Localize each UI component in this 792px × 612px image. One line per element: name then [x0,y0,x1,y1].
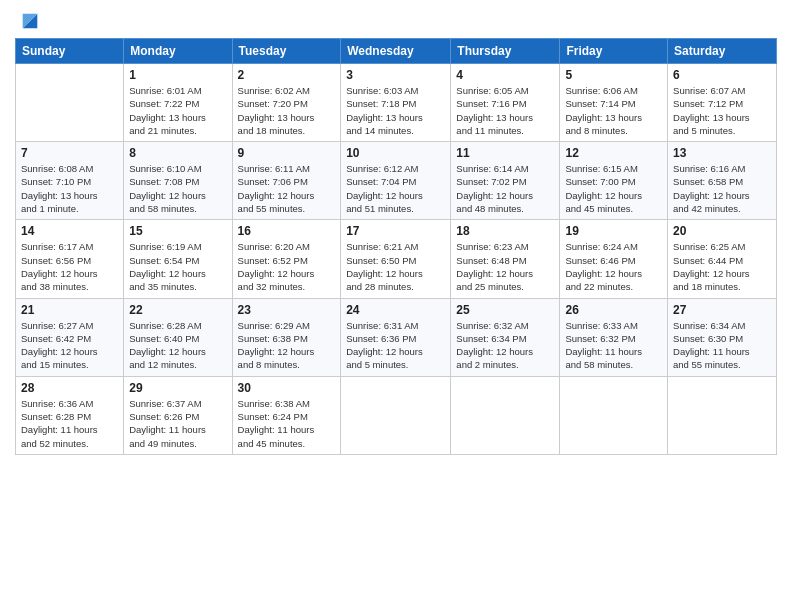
day-number: 17 [346,224,445,238]
logo-icon [19,10,41,32]
calendar-cell: 8Sunrise: 6:10 AM Sunset: 7:08 PM Daylig… [124,142,232,220]
day-number: 28 [21,381,118,395]
calendar-cell [560,376,668,454]
day-info: Sunrise: 6:27 AM Sunset: 6:42 PM Dayligh… [21,319,118,372]
day-number: 15 [129,224,226,238]
day-info: Sunrise: 6:08 AM Sunset: 7:10 PM Dayligh… [21,162,118,215]
day-number: 29 [129,381,226,395]
day-info: Sunrise: 6:17 AM Sunset: 6:56 PM Dayligh… [21,240,118,293]
day-number: 12 [565,146,662,160]
header [15,10,777,32]
day-number: 24 [346,303,445,317]
day-info: Sunrise: 6:07 AM Sunset: 7:12 PM Dayligh… [673,84,771,137]
calendar-cell: 5Sunrise: 6:06 AM Sunset: 7:14 PM Daylig… [560,64,668,142]
calendar-cell: 21Sunrise: 6:27 AM Sunset: 6:42 PM Dayli… [16,298,124,376]
day-info: Sunrise: 6:29 AM Sunset: 6:38 PM Dayligh… [238,319,336,372]
calendar-day-header: Monday [124,39,232,64]
day-info: Sunrise: 6:12 AM Sunset: 7:04 PM Dayligh… [346,162,445,215]
page: SundayMondayTuesdayWednesdayThursdayFrid… [0,0,792,612]
day-info: Sunrise: 6:38 AM Sunset: 6:24 PM Dayligh… [238,397,336,450]
day-number: 30 [238,381,336,395]
day-number: 8 [129,146,226,160]
calendar-cell: 2Sunrise: 6:02 AM Sunset: 7:20 PM Daylig… [232,64,341,142]
calendar-cell: 1Sunrise: 6:01 AM Sunset: 7:22 PM Daylig… [124,64,232,142]
day-info: Sunrise: 6:24 AM Sunset: 6:46 PM Dayligh… [565,240,662,293]
day-number: 19 [565,224,662,238]
day-number: 26 [565,303,662,317]
calendar-cell: 10Sunrise: 6:12 AM Sunset: 7:04 PM Dayli… [341,142,451,220]
calendar-cell: 24Sunrise: 6:31 AM Sunset: 6:36 PM Dayli… [341,298,451,376]
day-info: Sunrise: 6:10 AM Sunset: 7:08 PM Dayligh… [129,162,226,215]
day-info: Sunrise: 6:33 AM Sunset: 6:32 PM Dayligh… [565,319,662,372]
calendar-cell: 26Sunrise: 6:33 AM Sunset: 6:32 PM Dayli… [560,298,668,376]
calendar-cell [668,376,777,454]
day-number: 6 [673,68,771,82]
day-number: 2 [238,68,336,82]
day-number: 9 [238,146,336,160]
calendar-day-header: Friday [560,39,668,64]
day-info: Sunrise: 6:06 AM Sunset: 7:14 PM Dayligh… [565,84,662,137]
day-number: 11 [456,146,554,160]
day-number: 10 [346,146,445,160]
day-number: 5 [565,68,662,82]
calendar-cell: 29Sunrise: 6:37 AM Sunset: 6:26 PM Dayli… [124,376,232,454]
day-info: Sunrise: 6:36 AM Sunset: 6:28 PM Dayligh… [21,397,118,450]
day-number: 18 [456,224,554,238]
calendar-cell: 15Sunrise: 6:19 AM Sunset: 6:54 PM Dayli… [124,220,232,298]
day-info: Sunrise: 6:32 AM Sunset: 6:34 PM Dayligh… [456,319,554,372]
day-info: Sunrise: 6:01 AM Sunset: 7:22 PM Dayligh… [129,84,226,137]
day-number: 16 [238,224,336,238]
day-number: 27 [673,303,771,317]
calendar-cell: 3Sunrise: 6:03 AM Sunset: 7:18 PM Daylig… [341,64,451,142]
calendar-day-header: Sunday [16,39,124,64]
calendar-cell: 7Sunrise: 6:08 AM Sunset: 7:10 PM Daylig… [16,142,124,220]
day-info: Sunrise: 6:16 AM Sunset: 6:58 PM Dayligh… [673,162,771,215]
calendar-table: SundayMondayTuesdayWednesdayThursdayFrid… [15,38,777,455]
calendar-week-row: 28Sunrise: 6:36 AM Sunset: 6:28 PM Dayli… [16,376,777,454]
day-number: 14 [21,224,118,238]
calendar-cell: 28Sunrise: 6:36 AM Sunset: 6:28 PM Dayli… [16,376,124,454]
day-info: Sunrise: 6:02 AM Sunset: 7:20 PM Dayligh… [238,84,336,137]
calendar-cell: 30Sunrise: 6:38 AM Sunset: 6:24 PM Dayli… [232,376,341,454]
calendar-week-row: 21Sunrise: 6:27 AM Sunset: 6:42 PM Dayli… [16,298,777,376]
calendar-cell: 25Sunrise: 6:32 AM Sunset: 6:34 PM Dayli… [451,298,560,376]
calendar-header-row: SundayMondayTuesdayWednesdayThursdayFrid… [16,39,777,64]
day-info: Sunrise: 6:15 AM Sunset: 7:00 PM Dayligh… [565,162,662,215]
calendar-week-row: 14Sunrise: 6:17 AM Sunset: 6:56 PM Dayli… [16,220,777,298]
day-info: Sunrise: 6:25 AM Sunset: 6:44 PM Dayligh… [673,240,771,293]
calendar-cell: 6Sunrise: 6:07 AM Sunset: 7:12 PM Daylig… [668,64,777,142]
calendar-cell: 23Sunrise: 6:29 AM Sunset: 6:38 PM Dayli… [232,298,341,376]
calendar-cell: 27Sunrise: 6:34 AM Sunset: 6:30 PM Dayli… [668,298,777,376]
day-number: 1 [129,68,226,82]
day-number: 25 [456,303,554,317]
day-info: Sunrise: 6:20 AM Sunset: 6:52 PM Dayligh… [238,240,336,293]
day-number: 3 [346,68,445,82]
calendar-cell: 19Sunrise: 6:24 AM Sunset: 6:46 PM Dayli… [560,220,668,298]
day-info: Sunrise: 6:37 AM Sunset: 6:26 PM Dayligh… [129,397,226,450]
day-number: 7 [21,146,118,160]
calendar-week-row: 1Sunrise: 6:01 AM Sunset: 7:22 PM Daylig… [16,64,777,142]
logo [15,10,41,32]
day-number: 23 [238,303,336,317]
day-info: Sunrise: 6:11 AM Sunset: 7:06 PM Dayligh… [238,162,336,215]
calendar-day-header: Wednesday [341,39,451,64]
day-number: 22 [129,303,226,317]
day-number: 20 [673,224,771,238]
day-info: Sunrise: 6:28 AM Sunset: 6:40 PM Dayligh… [129,319,226,372]
day-info: Sunrise: 6:19 AM Sunset: 6:54 PM Dayligh… [129,240,226,293]
calendar-cell [341,376,451,454]
calendar-week-row: 7Sunrise: 6:08 AM Sunset: 7:10 PM Daylig… [16,142,777,220]
day-info: Sunrise: 6:23 AM Sunset: 6:48 PM Dayligh… [456,240,554,293]
calendar-cell: 9Sunrise: 6:11 AM Sunset: 7:06 PM Daylig… [232,142,341,220]
calendar-day-header: Saturday [668,39,777,64]
calendar-cell [451,376,560,454]
calendar-cell: 4Sunrise: 6:05 AM Sunset: 7:16 PM Daylig… [451,64,560,142]
calendar-day-header: Thursday [451,39,560,64]
day-info: Sunrise: 6:05 AM Sunset: 7:16 PM Dayligh… [456,84,554,137]
day-info: Sunrise: 6:31 AM Sunset: 6:36 PM Dayligh… [346,319,445,372]
calendar-cell: 18Sunrise: 6:23 AM Sunset: 6:48 PM Dayli… [451,220,560,298]
calendar-cell: 12Sunrise: 6:15 AM Sunset: 7:00 PM Dayli… [560,142,668,220]
calendar-cell: 13Sunrise: 6:16 AM Sunset: 6:58 PM Dayli… [668,142,777,220]
calendar-day-header: Tuesday [232,39,341,64]
day-info: Sunrise: 6:14 AM Sunset: 7:02 PM Dayligh… [456,162,554,215]
